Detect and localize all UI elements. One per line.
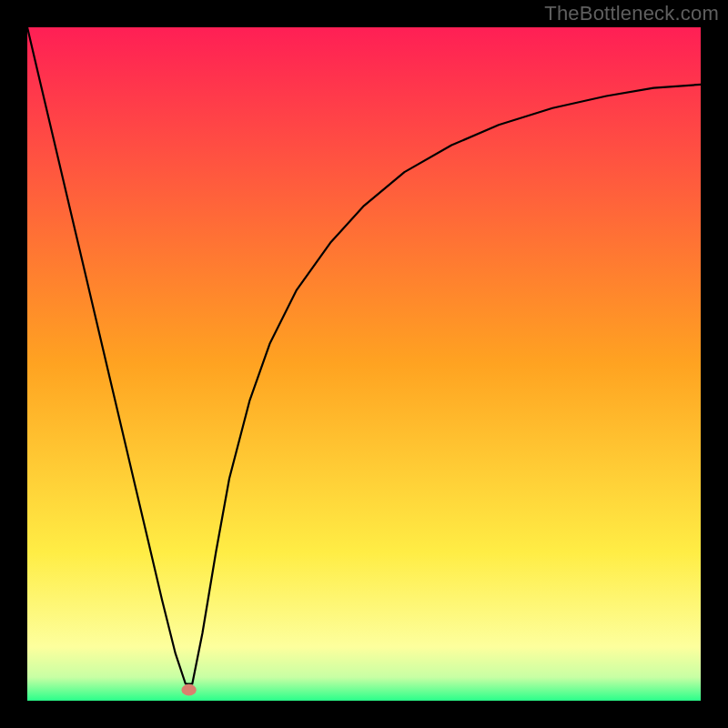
gradient-background bbox=[27, 27, 701, 701]
plot-area bbox=[27, 27, 701, 701]
min-marker bbox=[181, 684, 196, 696]
chart-svg bbox=[27, 27, 701, 701]
watermark-text: TheBottleneck.com bbox=[544, 2, 719, 25]
chart-frame: TheBottleneck.com bbox=[0, 0, 728, 728]
